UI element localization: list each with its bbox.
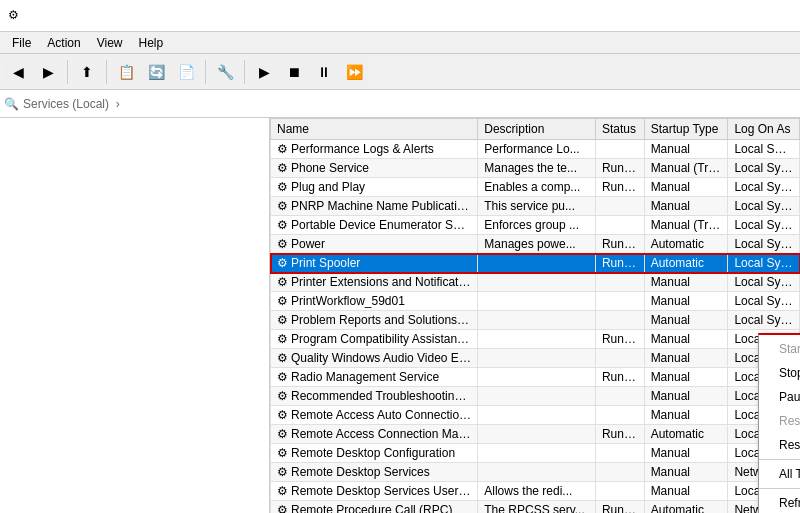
table-row[interactable]: ⚙Remote Desktop Services UserMode Po...A… [271,482,800,501]
back-button[interactable]: ◀ [4,58,32,86]
service-desc [478,425,596,444]
address-icon: 🔍 [4,97,19,111]
maximize-button[interactable] [700,0,746,32]
context-menu-item-pause[interactable]: Pause [759,385,800,409]
table-row[interactable]: ⚙Recommended Troubleshooting Servi...Man… [271,387,800,406]
service-logon: Local System [728,273,800,292]
service-status: Running [595,368,644,387]
service-name: ⚙Problem Reports and Solutions Contr... [271,311,478,330]
refresh-button[interactable]: 🔄 [142,58,170,86]
service-desc: Performance Lo... [478,140,596,159]
service-logon: Local System [728,197,800,216]
service-name: ⚙Performance Logs & Alerts [271,140,478,159]
service-name: ⚙Printer Extensions and Notifications [271,273,478,292]
service-logon: Local Service [728,140,800,159]
up-button[interactable]: ⬆ [73,58,101,86]
menu-item-view[interactable]: View [89,34,131,52]
right-panel: NameDescriptionStatusStartup TypeLog On … [270,118,800,513]
service-status [595,406,644,425]
table-row[interactable]: ⚙Remote Access Connection ManagerRunning… [271,425,800,444]
service-logon: Local System [728,159,800,178]
service-desc: Enforces group ... [478,216,596,235]
pause-button[interactable]: ⏸ [310,58,338,86]
service-status [595,140,644,159]
table-row[interactable]: ⚙Remote Procedure Call (RPC)The RPCSS se… [271,501,800,514]
table-row[interactable]: ⚙Quality Windows Audio Video Experie...M… [271,349,800,368]
table-row[interactable]: ⚙Remote Desktop ConfigurationManualLocal… [271,444,800,463]
context-menu: StartStopPauseResumeRestartAll Tasks▶Ref… [758,333,800,513]
table-row[interactable]: ⚙Print SpoolerRunningAutomaticLocal Syst… [271,254,800,273]
toolbar-sep-1 [67,60,68,84]
service-startup: Automatic [644,501,728,514]
resume-button[interactable]: ⏩ [340,58,368,86]
toolbar-sep-2 [106,60,107,84]
service-name: ⚙Radio Management Service [271,368,478,387]
table-row[interactable]: ⚙Remote Access Auto Connection Man...Man… [271,406,800,425]
service-desc [478,406,596,425]
context-menu-item-stop[interactable]: Stop [759,361,800,385]
service-startup: Manual [644,178,728,197]
menu-bar: FileActionViewHelp [0,32,800,54]
table-row[interactable]: ⚙PowerManages powe...RunningAutomaticLoc… [271,235,800,254]
col-header-description[interactable]: Description [478,119,596,140]
service-status [595,349,644,368]
left-panel [0,118,270,513]
service-desc [478,254,596,273]
service-desc: Enables a comp... [478,178,596,197]
menu-item-action[interactable]: Action [39,34,88,52]
table-row[interactable]: ⚙Portable Device Enumerator ServiceEnfor… [271,216,800,235]
service-status [595,444,644,463]
col-header-log-on-as[interactable]: Log On As [728,119,800,140]
table-row[interactable]: ⚙Program Compatibility Assistant Servi..… [271,330,800,349]
service-name: ⚙PNRP Machine Name Publication Service [271,197,478,216]
col-header-name[interactable]: Name [271,119,478,140]
menu-item-help[interactable]: Help [131,34,172,52]
table-row[interactable]: ⚙Problem Reports and Solutions Contr...M… [271,311,800,330]
table-row[interactable]: ⚙PrintWorkflow_59d01ManualLocal System [271,292,800,311]
table-row[interactable]: ⚙PNRP Machine Name Publication ServiceTh… [271,197,800,216]
title-bar-controls [654,0,792,32]
show-hide-button[interactable]: 📋 [112,58,140,86]
table-row[interactable]: ⚙Remote Desktop ServicesManualNetwork Se… [271,463,800,482]
service-status: Running [595,501,644,514]
forward-button[interactable]: ▶ [34,58,62,86]
col-header-startup-type[interactable]: Startup Type [644,119,728,140]
service-startup: Manual [644,197,728,216]
service-name: ⚙Remote Desktop Services [271,463,478,482]
app-icon: ⚙ [8,8,24,24]
table-row[interactable]: ⚙Radio Management ServiceRunningManualLo… [271,368,800,387]
close-button[interactable] [746,0,792,32]
service-status: Running [595,235,644,254]
service-status: Running [595,254,644,273]
services-table: NameDescriptionStatusStartup TypeLog On … [270,118,800,513]
service-logon: Local System [728,254,800,273]
service-status: Running [595,330,644,349]
table-row[interactable]: ⚙Phone ServiceManages the te...RunningMa… [271,159,800,178]
minimize-button[interactable] [654,0,700,32]
service-desc [478,292,596,311]
service-desc [478,349,596,368]
properties-button[interactable]: 🔧 [211,58,239,86]
start-button[interactable]: ▶ [250,58,278,86]
service-startup: Manual [644,292,728,311]
service-logon: Local System [728,292,800,311]
address-bar: 🔍 Services (Local) › [0,90,800,118]
col-header-status[interactable]: Status [595,119,644,140]
service-desc [478,330,596,349]
table-row[interactable]: ⚙Plug and PlayEnables a comp...RunningMa… [271,178,800,197]
table-row[interactable]: ⚙Performance Logs & AlertsPerformance Lo… [271,140,800,159]
service-desc: This service pu... [478,197,596,216]
menu-item-file[interactable]: File [4,34,39,52]
service-startup: Manual [644,273,728,292]
service-name: ⚙Portable Device Enumerator Service [271,216,478,235]
table-row[interactable]: ⚙Printer Extensions and NotificationsMan… [271,273,800,292]
service-logon: Local System [728,235,800,254]
context-menu-item-restart[interactable]: Restart [759,433,800,457]
stop-button[interactable]: ⏹ [280,58,308,86]
context-menu-item-all-tasks[interactable]: All Tasks▶ [759,462,800,486]
context-menu-item-refresh[interactable]: Refresh [759,491,800,513]
export-button[interactable]: 📄 [172,58,200,86]
service-startup: Manual [644,330,728,349]
toolbar-sep-4 [244,60,245,84]
service-logon: Local System [728,178,800,197]
